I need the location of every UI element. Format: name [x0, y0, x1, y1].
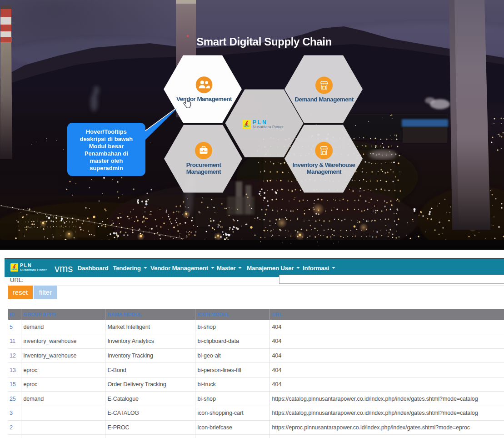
svg-text:Procurement: Procurement: [186, 161, 222, 168]
svg-text:Inventory & Warehouse: Inventory & Warehouse: [293, 161, 356, 168]
svg-text:master oleh: master oleh: [90, 157, 123, 164]
svg-text:Vendor Management: Vendor Management: [176, 96, 232, 102]
svg-text:Modul besar: Modul besar: [89, 143, 124, 150]
svg-text:deskripsi di bawah: deskripsi di bawah: [80, 136, 133, 142]
svg-text:superadmin: superadmin: [90, 165, 123, 171]
svg-text:Hover/Tooltips: Hover/Tooltips: [86, 128, 127, 135]
svg-text:Smart Digital Supply Chain: Smart Digital Supply Chain: [196, 35, 332, 48]
svg-text:Demand Management: Demand Management: [294, 96, 354, 103]
svg-text:Management: Management: [186, 168, 222, 175]
svg-text:Penambahan di: Penambahan di: [85, 150, 128, 157]
svg-text:Management: Management: [306, 168, 342, 175]
svg-text:Nusantara Power: Nusantara Power: [253, 125, 284, 129]
